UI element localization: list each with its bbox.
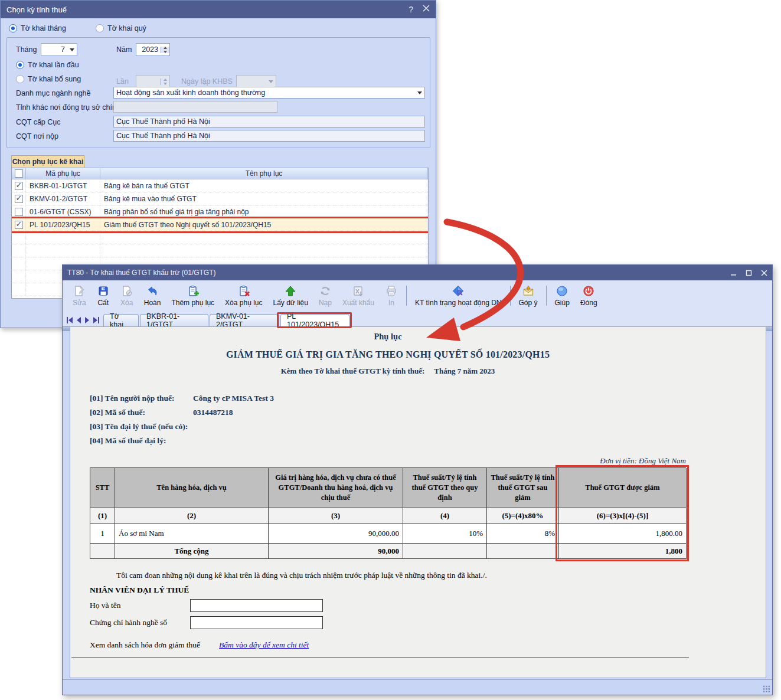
toolbar-separator xyxy=(546,286,547,306)
resize-grip-icon[interactable] xyxy=(763,685,770,693)
undo-icon xyxy=(146,284,159,297)
form-subtitle: Phụ lục xyxy=(90,332,686,342)
window-title: TT80 - Tờ khai thuế GTGT khấu trừ (01/GT… xyxy=(67,269,216,277)
prev-tab-icon[interactable] xyxy=(76,317,82,323)
select-all-checkbox[interactable] xyxy=(15,169,23,178)
khbs-datepicker xyxy=(236,75,276,88)
close-icon[interactable] xyxy=(761,270,767,276)
radio-icon[interactable] xyxy=(16,61,24,69)
check-status-button[interactable]: KT tình trạng hoạt động DN xyxy=(410,283,507,308)
quarterly-declaration-radio[interactable]: Tờ khai quý xyxy=(96,24,146,32)
lan-label: Lần xyxy=(116,77,129,86)
month-dropdown[interactable]: 7 xyxy=(41,43,77,56)
get-data-button[interactable]: Lấy dữ liệu xyxy=(268,283,313,308)
toolbar-separator xyxy=(510,286,511,306)
edit-icon xyxy=(73,284,86,297)
tab-pl-101-2023[interactable]: PL 101/2023/QH15 xyxy=(280,314,349,326)
form-period: Tháng 7 năm 2023 xyxy=(434,367,495,375)
first-declaration-radio[interactable]: Tờ khai lần đầu xyxy=(16,61,79,69)
fullname-input[interactable] xyxy=(190,599,323,612)
first-tab-icon[interactable] xyxy=(66,317,74,323)
help-icon[interactable]: ? xyxy=(409,5,413,14)
spinner-buttons[interactable] xyxy=(161,47,169,53)
province-input xyxy=(113,101,277,113)
tt80-window: TT80 - Tờ khai thuế GTGT khấu trừ (01/GT… xyxy=(62,264,773,695)
period-groupbox: Tháng 7 Năm 2023 Tờ khai lần đầu Tờ khai… xyxy=(6,37,430,148)
print-icon xyxy=(385,284,398,297)
close-window-button[interactable]: Đóng xyxy=(575,283,603,308)
certificate-input[interactable] xyxy=(190,616,323,629)
radio-icon[interactable] xyxy=(96,24,104,32)
row-checkbox[interactable] xyxy=(15,221,23,229)
next-tab-icon[interactable] xyxy=(84,317,90,323)
maximize-icon[interactable] xyxy=(746,270,752,276)
tab-to-khai[interactable]: Tờ khai xyxy=(103,314,139,326)
form-title: GIẢM THUẾ GIÁ TRỊ GIA TĂNG THEO NGHỊ QUY… xyxy=(90,349,686,360)
commitment-text: Tôi cam đoan những nội dung kê khai trên… xyxy=(90,571,686,580)
row-checkbox[interactable] xyxy=(15,208,23,216)
export-icon xyxy=(352,284,365,297)
load-button: Nạp xyxy=(313,283,337,308)
table-row[interactable]: BKMV-01-2/GTGT Bảng kê mua vào thuế GTGT xyxy=(12,192,428,205)
dialog-title: Chọn kỳ tính thuế xyxy=(6,5,67,14)
chevron-down-icon[interactable] xyxy=(67,48,77,51)
help-button[interactable]: Giúp xyxy=(550,283,575,308)
divider xyxy=(71,657,689,658)
table-numbering-row: (1) (2) (3) (4) (5)=(4)x80% (6)=(3)x[(4)… xyxy=(90,508,686,524)
chevron-down-icon[interactable] xyxy=(415,91,424,94)
industry-dropdown[interactable]: Hoạt động sản xuất kinh doanh thông thườ… xyxy=(113,87,425,99)
delete-button: Xóa xyxy=(115,283,139,308)
row-checkbox[interactable] xyxy=(15,195,23,203)
help-icon xyxy=(555,284,568,297)
save-button[interactable]: Cất xyxy=(92,283,115,308)
row-checkbox[interactable] xyxy=(15,182,23,190)
radio-icon[interactable] xyxy=(9,24,17,32)
close-icon[interactable] xyxy=(423,5,430,14)
feedback-button[interactable]: Góp ý xyxy=(514,283,543,308)
cqt-cuc-input: Cục Thuế Thành phố Hà Nội xyxy=(113,116,425,127)
last-tab-icon[interactable] xyxy=(92,317,100,323)
save-icon xyxy=(97,284,110,297)
reduction-table: STT Tên hàng hóa, dịch vụ Giá trị hàng h… xyxy=(90,467,686,559)
year-label: Năm xyxy=(116,45,132,54)
currency-note: Đơn vị tiền: Đồng Việt Nam xyxy=(90,456,686,466)
table-data-row[interactable]: 1 Áo sơ mi Nam 90,000.00 10% 8% 1,800.00 xyxy=(90,524,686,544)
export-button: Xuất khẩu xyxy=(337,283,380,308)
form-subheading: Kèm theo Tờ khai thuế GTGT kỳ tính thuế:… xyxy=(90,367,686,376)
certificate-label: Chứng chỉ hành nghề số xyxy=(90,618,190,627)
remove-appendix-button[interactable]: Xóa phụ lục xyxy=(220,283,267,308)
appendix-table-header: Mã phụ lục Tên phụ lục xyxy=(12,168,428,179)
year-spinner[interactable]: 2023 xyxy=(136,43,170,56)
month-label: Tháng xyxy=(16,45,37,54)
refresh-icon xyxy=(319,284,332,297)
tab-bkmv[interactable]: BKMV-01-2/GTGT xyxy=(210,314,279,326)
invoice-list-label: Xem danh sách hóa đơn giảm thuế xyxy=(90,640,200,650)
field-agent-tax-code: [04] Mã số thuế đại lý: xyxy=(90,436,686,450)
fullname-label: Họ và tên xyxy=(90,601,190,610)
minimize-icon[interactable] xyxy=(730,270,737,276)
feedback-icon xyxy=(522,284,535,297)
cqt-cuc-label: CQT cấp Cục xyxy=(16,118,61,126)
supplement-declaration-radio[interactable]: Tờ khai bổ sung xyxy=(16,75,81,83)
chevron-down-icon xyxy=(266,80,276,83)
table-row-highlighted[interactable]: PL 101/2023/QH15 Giảm thuế GTGT theo Ngh… xyxy=(12,218,428,231)
statusbar xyxy=(63,679,772,695)
invoice-detail-link[interactable]: Bấm vào đây để xem chi tiết xyxy=(219,640,309,650)
table-row[interactable]: 01-6/GTGT (CSSX) Bảng phân bổ số thuế gi… xyxy=(12,205,428,218)
monthly-declaration-radio[interactable]: Tờ khai tháng xyxy=(9,24,66,32)
tab-bkbr[interactable]: BKBR-01-1/GTGT xyxy=(140,314,208,326)
radio-icon[interactable] xyxy=(16,75,24,83)
toolbar: Sửa Cất Xóa Hoàn Thêm phụ lục Xóa phụ lụ… xyxy=(63,280,772,311)
field-taxpayer-name: [01] Tên người nộp thuế: Công ty cP MISA… xyxy=(90,394,686,408)
undo-button[interactable]: Hoàn xyxy=(139,283,166,308)
fullname-row: Họ và tên xyxy=(90,599,686,612)
field-tax-code: [02] Mã số thuế: 0314487218 xyxy=(90,408,686,422)
appendix-selector-tab[interactable]: Chọn phụ lục kê khai xyxy=(11,155,84,168)
table-total-row: Tổng cộng 90,000 1,800 xyxy=(90,544,686,559)
invoice-list-row: Xem danh sách hóa đơn giảm thuế Bấm vào … xyxy=(90,640,686,650)
khbs-label: Ngày lập KHBS xyxy=(181,77,233,86)
table-row[interactable]: BKBR-01-1/GTGT Bảng kê bán ra thuế GTGT xyxy=(12,179,428,192)
check-status-icon xyxy=(452,284,465,297)
spinner-buttons xyxy=(161,78,169,85)
add-appendix-button[interactable]: Thêm phụ lục xyxy=(166,283,220,308)
